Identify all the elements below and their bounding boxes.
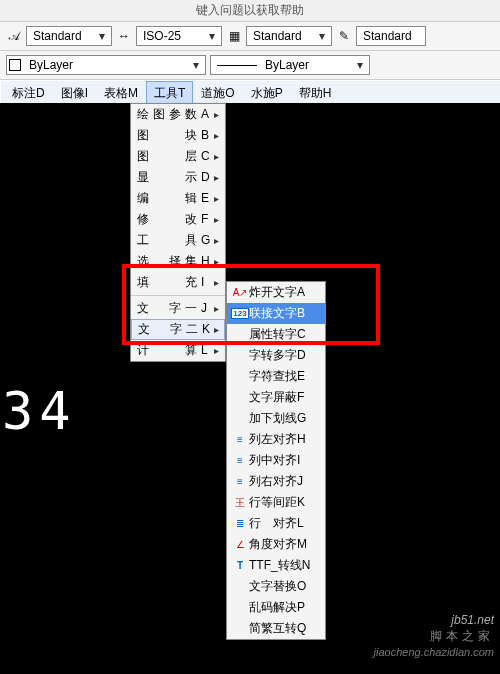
align-right-icon: ≡	[231, 476, 249, 487]
submenu-col-center[interactable]: ≡列中对齐I	[227, 450, 325, 471]
ttf-icon: T	[231, 560, 249, 571]
menu-item-calc[interactable]: 计 算L▸	[131, 340, 225, 361]
menu-divider	[131, 295, 225, 296]
dimstyle-icon: ↔	[116, 28, 132, 44]
dimstyle-value: ISO-25	[139, 29, 205, 43]
chevron-down-icon[interactable]: ▾	[189, 58, 203, 72]
arrow-right-icon: ▸	[214, 277, 219, 288]
line-preview-icon	[217, 65, 257, 66]
submenu-row-equal[interactable]: 王行等间距K	[227, 492, 325, 513]
text2-submenu: A↗炸开文字A 123联接文字B 属性转字C 字转多字D 字符查找E 文字屏蔽F…	[226, 281, 326, 640]
menu-item-tool[interactable]: 工 具G▸	[131, 230, 225, 251]
submenu-ttf2line[interactable]: TTTF_转线N	[227, 555, 325, 576]
submenu-attr2text[interactable]: 属性转字C	[227, 324, 325, 345]
mleaderstyle-dropdown[interactable]: Standard	[356, 26, 426, 46]
watermark: jb51.net 脚本之家 jiaocheng.chazidian.com	[374, 612, 494, 660]
menu-item-edit[interactable]: 编 辑E▸	[131, 188, 225, 209]
submenu-col-left[interactable]: ≡列左对齐H	[227, 429, 325, 450]
arrow-right-icon: ▸	[214, 235, 219, 246]
mleaderstyle-value: Standard	[359, 29, 423, 43]
submenu-replace[interactable]: 文字替换O	[227, 576, 325, 597]
arrow-right-icon: ▸	[214, 324, 219, 335]
layer-toolbar: ByLayer ▾ ByLayer ▾	[0, 51, 500, 80]
help-hint: 键入问题以获取帮助	[0, 0, 500, 22]
menu-item-block[interactable]: 图 块B▸	[131, 125, 225, 146]
menu-item-drawparam[interactable]: 绘图参数A▸	[131, 104, 225, 125]
tablestyle-icon: ▦	[226, 28, 242, 44]
submenu-garble-fix[interactable]: 乱码解决P	[227, 597, 325, 618]
tablestyle-value: Standard	[249, 29, 315, 43]
canvas-text-34: 34	[2, 381, 77, 441]
layer-color-swatch	[9, 59, 21, 71]
menu-item-fill[interactable]: 填 充I▸	[131, 272, 225, 293]
arrow-right-icon: ▸	[214, 303, 219, 314]
submenu-text2mtext[interactable]: 字转多字D	[227, 345, 325, 366]
join-text-icon: 123	[231, 308, 249, 319]
linetype-dropdown[interactable]: ByLayer ▾	[210, 55, 370, 75]
submenu-textmask[interactable]: 文字屏蔽F	[227, 387, 325, 408]
watermark-line1: jb51.net	[374, 612, 494, 628]
textstyle-icon: 𝒜	[6, 28, 22, 44]
arrow-right-icon: ▸	[214, 151, 219, 162]
arrow-right-icon: ▸	[214, 130, 219, 141]
angle-icon: ∠	[231, 539, 249, 550]
submenu-explode-text[interactable]: A↗炸开文字A	[227, 282, 325, 303]
align-center-icon: ≡	[231, 455, 249, 466]
chevron-down-icon[interactable]: ▾	[95, 29, 109, 43]
chevron-down-icon[interactable]: ▾	[353, 58, 367, 72]
style-toolbar: 𝒜 Standard ▾ ↔ ISO-25 ▾ ▦ Standard ▾ ✎ S…	[0, 22, 500, 51]
arrow-right-icon: ▸	[214, 214, 219, 225]
arrow-right-icon: ▸	[214, 109, 219, 120]
chevron-down-icon[interactable]: ▾	[315, 29, 329, 43]
chevron-down-icon[interactable]: ▾	[205, 29, 219, 43]
submenu-underline[interactable]: 加下划线G	[227, 408, 325, 429]
textstyle-value: Standard	[29, 29, 95, 43]
linetype-value: ByLayer	[261, 58, 353, 72]
menu-item-layer[interactable]: 图 层C▸	[131, 146, 225, 167]
menu-item-selset[interactable]: 选 择集H▸	[131, 251, 225, 272]
explode-text-icon: A↗	[231, 287, 249, 298]
align-left-icon: ≡	[231, 434, 249, 445]
dimstyle-dropdown[interactable]: ISO-25 ▾	[136, 26, 222, 46]
layer-value: ByLayer	[25, 58, 189, 72]
submenu-findchar[interactable]: 字符查找E	[227, 366, 325, 387]
submenu-join-text[interactable]: 123联接文字B	[227, 303, 325, 324]
tablestyle-dropdown[interactable]: Standard ▾	[246, 26, 332, 46]
arrow-right-icon: ▸	[214, 256, 219, 267]
menu-item-text2[interactable]: 文 字二K▸	[131, 319, 225, 340]
menu-item-modify[interactable]: 修 改F▸	[131, 209, 225, 230]
submenu-col-right[interactable]: ≡列右对齐J	[227, 471, 325, 492]
row-spacing-icon: 王	[231, 496, 249, 510]
arrow-right-icon: ▸	[214, 193, 219, 204]
tools-menu: 绘图参数A▸ 图 块B▸ 图 层C▸ 显 示D▸ 编 辑E▸ 修 改F▸ 工 具…	[130, 103, 226, 362]
textstyle-dropdown[interactable]: Standard ▾	[26, 26, 112, 46]
row-align-icon: ≣	[231, 518, 249, 529]
mleaderstyle-icon: ✎	[336, 28, 352, 44]
submenu-angle-align[interactable]: ∠角度对齐M	[227, 534, 325, 555]
menu-item-display[interactable]: 显 示D▸	[131, 167, 225, 188]
arrow-right-icon: ▸	[214, 345, 219, 356]
watermark-line2: 脚本之家	[374, 628, 494, 644]
watermark-line3: jiaocheng.chazidian.com	[374, 644, 494, 660]
menu-item-text1[interactable]: 文 字一J▸	[131, 298, 225, 319]
layer-dropdown[interactable]: ByLayer ▾	[6, 55, 206, 75]
arrow-right-icon: ▸	[214, 172, 219, 183]
submenu-row-align[interactable]: ≣行 对齐L	[227, 513, 325, 534]
submenu-simp-trad[interactable]: 简繁互转Q	[227, 618, 325, 639]
